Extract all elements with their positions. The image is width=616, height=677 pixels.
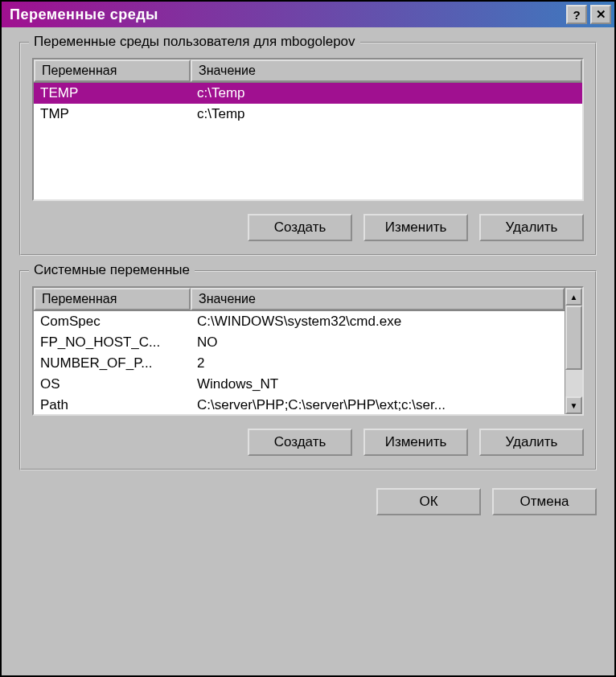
user-group-legend: Переменные среды пользователя для mbogol…	[29, 34, 360, 50]
user-list-header: Переменная Значение	[34, 59, 582, 83]
scroll-up-button[interactable]: ▲	[565, 288, 582, 306]
window-title: Переменные среды	[10, 6, 563, 23]
help-button[interactable]: ?	[566, 5, 587, 24]
user-create-button[interactable]: Создать	[248, 214, 352, 241]
system-variables-group: Системные переменные Переменная Значение…	[19, 270, 597, 470]
user-variables-group: Переменные среды пользователя для mbogol…	[19, 42, 597, 256]
user-list-body: TEMP c:\Temp TMP c:\Temp	[34, 83, 582, 199]
user-buttons: Создать Изменить Удалить	[32, 214, 584, 241]
var-name: OS	[34, 374, 191, 395]
scroll-thumb[interactable]	[565, 306, 582, 370]
var-value: NO	[191, 332, 565, 353]
var-value: c:\Temp	[191, 83, 582, 104]
close-icon: ✕	[596, 7, 606, 22]
system-list-header: Переменная Значение	[34, 288, 565, 311]
scroll-track[interactable]	[565, 306, 582, 396]
system-delete-button[interactable]: Удалить	[479, 429, 584, 456]
table-row[interactable]: NUMBER_OF_P... 2	[34, 353, 565, 374]
close-button[interactable]: ✕	[590, 5, 611, 24]
system-create-button[interactable]: Создать	[248, 429, 352, 456]
dialog-buttons: ОК Отмена	[19, 485, 597, 515]
user-col-value[interactable]: Значение	[191, 59, 582, 82]
cancel-button[interactable]: Отмена	[492, 488, 597, 515]
scroll-down-button[interactable]: ▼	[565, 396, 582, 414]
titlebar: Переменные среды ? ✕	[2, 2, 614, 27]
client-area: Переменные среды пользователя для mbogol…	[2, 27, 614, 675]
var-name: FP_NO_HOST_C...	[34, 332, 191, 353]
table-row[interactable]: Path C:\server\PHP;C:\server\PHP\ext;c:\…	[34, 395, 565, 416]
help-icon: ?	[573, 8, 580, 22]
var-value: Windows_NT	[191, 374, 565, 395]
var-name: ComSpec	[34, 311, 191, 332]
environment-variables-dialog: Переменные среды ? ✕ Переменные среды по…	[0, 0, 616, 677]
system-variables-list[interactable]: Переменная Значение ComSpec C:\WINDOWS\s…	[32, 286, 584, 416]
system-buttons: Создать Изменить Удалить	[32, 429, 584, 456]
var-name: Path	[34, 395, 191, 416]
var-name: TEMP	[34, 83, 191, 104]
table-row[interactable]: TMP c:\Temp	[34, 104, 582, 125]
table-row[interactable]: OS Windows_NT	[34, 374, 565, 395]
system-col-value[interactable]: Значение	[191, 288, 565, 310]
var-value: C:\WINDOWS\system32\cmd.exe	[191, 311, 565, 332]
table-row[interactable]: ComSpec C:\WINDOWS\system32\cmd.exe	[34, 311, 565, 332]
user-col-variable[interactable]: Переменная	[34, 59, 191, 82]
var-value: C:\server\PHP;C:\server\PHP\ext;c:\ser..…	[191, 395, 565, 416]
system-edit-button[interactable]: Изменить	[363, 429, 468, 456]
system-scrollbar[interactable]: ▲ ▼	[565, 288, 582, 414]
var-name: TMP	[34, 104, 191, 125]
user-delete-button[interactable]: Удалить	[479, 214, 584, 241]
var-name: NUMBER_OF_P...	[34, 353, 191, 374]
var-value: c:\Temp	[191, 104, 582, 125]
ok-button[interactable]: ОК	[376, 488, 481, 515]
var-value: 2	[191, 353, 565, 374]
user-variables-list[interactable]: Переменная Значение TEMP c:\Temp TMP c:\…	[32, 58, 584, 201]
system-group-legend: Системные переменные	[29, 262, 195, 278]
table-row[interactable]: TEMP c:\Temp	[34, 83, 582, 104]
user-edit-button[interactable]: Изменить	[363, 214, 468, 241]
system-col-variable[interactable]: Переменная	[34, 288, 191, 310]
system-list-body: ComSpec C:\WINDOWS\system32\cmd.exe FP_N…	[34, 311, 565, 414]
table-row[interactable]: FP_NO_HOST_C... NO	[34, 332, 565, 353]
